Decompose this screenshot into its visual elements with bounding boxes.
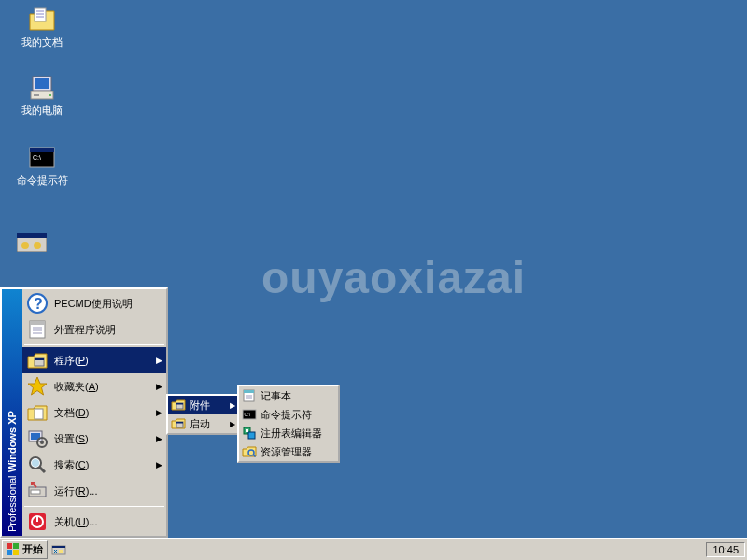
submenu-arrow-icon: ▶ — [156, 434, 162, 443]
start-item-favorites[interactable]: 收藏夹(A) ▶ — [22, 373, 166, 399]
submenu-arrow-icon: ▶ — [230, 420, 235, 428]
shutdown-icon — [26, 511, 49, 533]
programs-folder-icon — [171, 398, 186, 413]
window-icon — [17, 233, 47, 252]
desktop-icon-label: 命令提示符 — [17, 175, 68, 187]
svg-rect-47 — [52, 546, 65, 548]
svg-rect-31 — [176, 403, 183, 405]
desktop-icon-cmd[interactable]: C:\_ 命令提示符 — [9, 143, 75, 187]
menu-label: 启动 — [190, 417, 210, 431]
desktop-icon-documents[interactable]: 我的文档 — [9, 5, 75, 49]
desktop-icon-label: 我的电脑 — [21, 105, 63, 117]
svg-text:C:\_: C:\_ — [33, 154, 45, 161]
svg-point-25 — [32, 459, 39, 467]
svg-rect-39 — [248, 432, 255, 439]
menu-label: 资源管理器 — [261, 445, 312, 459]
submenu-item-regedit[interactable]: 注册表编辑器 — [239, 424, 338, 442]
menu-label: PECMD使用说明 — [54, 297, 133, 311]
menu-label: 关机(U)... — [54, 515, 97, 529]
svg-rect-10 — [17, 233, 47, 238]
svg-rect-48 — [59, 550, 63, 553]
menu-label: 运行(R)... — [54, 484, 97, 498]
svg-rect-45 — [13, 550, 19, 555]
taskbar: 开始 10:45 — [0, 538, 747, 560]
start-menu: ProfessionalWindows XP ? PECMD使用说明 外置程序说… — [0, 287, 168, 538]
notepad-icon — [242, 388, 257, 403]
start-item-programs[interactable]: 程序(P) ▶ — [22, 347, 166, 373]
folder-documents-icon — [27, 5, 57, 35]
svg-rect-43 — [13, 543, 19, 549]
regedit-icon — [242, 426, 257, 441]
start-item-shutdown[interactable]: 关机(U)... — [22, 509, 166, 535]
start-item-settings[interactable]: 设置(S) ▶ — [22, 426, 166, 452]
svg-rect-44 — [7, 550, 12, 555]
svg-point-23 — [40, 441, 44, 444]
accessories-submenu: 记事本 C:\ 命令提示符 注册表编辑器 资源管理器 — [237, 385, 340, 463]
svg-text:?: ? — [34, 296, 43, 312]
svg-rect-40 — [246, 429, 248, 432]
svg-rect-4 — [34, 94, 39, 96]
start-item-run[interactable]: 运行(R)... — [22, 478, 166, 504]
svg-rect-0 — [35, 8, 46, 21]
start-menu-banner: ProfessionalWindows XP — [2, 289, 22, 536]
menu-label: 收藏夹(A) — [54, 380, 99, 394]
submenu-arrow-icon: ▶ — [156, 460, 162, 469]
settings-icon — [26, 427, 49, 450]
quicklaunch-desktop-icon[interactable] — [51, 542, 66, 557]
menu-label: 设置(S) — [54, 432, 89, 446]
svg-point-5 — [49, 94, 51, 96]
svg-point-12 — [34, 242, 41, 249]
programs-folder-icon — [26, 349, 49, 371]
menu-label: 命令提示符 — [261, 408, 312, 422]
submenu-arrow-icon: ▶ — [230, 401, 235, 410]
svg-rect-42 — [7, 543, 12, 549]
submenu-item-cmd[interactable]: C:\ 命令提示符 — [239, 405, 338, 424]
menu-label: 记事本 — [261, 389, 291, 403]
help-icon: ? — [26, 292, 49, 315]
documents-folder-icon — [26, 401, 49, 424]
favorites-icon — [26, 375, 49, 398]
run-icon — [26, 480, 49, 502]
submenu-arrow-icon: ▶ — [156, 382, 162, 391]
svg-rect-16 — [30, 321, 45, 325]
start-item-external-help[interactable]: 外置程序说明 — [22, 316, 166, 343]
menu-label: 注册表编辑器 — [261, 427, 322, 441]
desktop-icon-computer[interactable]: 我的电脑 — [9, 73, 75, 117]
start-item-documents[interactable]: 文档(D) ▶ — [22, 399, 166, 426]
tray-clock[interactable]: 10:45 — [706, 542, 745, 557]
submenu-arrow-icon: ▶ — [156, 356, 162, 365]
start-button[interactable]: 开始 — [2, 540, 48, 559]
svg-rect-35 — [244, 390, 254, 393]
desktop-icon-label: 我的文档 — [21, 36, 63, 49]
menu-separator — [24, 506, 164, 507]
explorer-icon — [242, 444, 257, 459]
svg-text:C:\: C:\ — [245, 412, 251, 417]
submenu-item-explorer[interactable]: 资源管理器 — [239, 442, 338, 461]
submenu-arrow-icon: ▶ — [156, 408, 162, 417]
svg-point-11 — [21, 242, 29, 249]
start-item-pecmd-help[interactable]: ? PECMD使用说明 — [22, 290, 166, 316]
start-label: 开始 — [22, 542, 43, 556]
submenu-item-startup[interactable]: 启动 ▶ — [168, 414, 237, 433]
svg-rect-18 — [35, 358, 44, 360]
svg-rect-27 — [31, 490, 40, 494]
svg-rect-19 — [35, 409, 43, 419]
submenu-item-accessories[interactable]: 附件 ▶ — [168, 396, 237, 414]
computer-icon — [27, 73, 57, 103]
svg-rect-2 — [35, 78, 49, 89]
notepad-icon — [26, 318, 49, 341]
cmd-icon: C:\ — [242, 407, 257, 422]
cmd-icon: C:\_ — [27, 143, 57, 173]
windows-logo-icon — [7, 543, 20, 556]
svg-rect-33 — [176, 422, 183, 424]
menu-label: 外置程序说明 — [54, 323, 116, 337]
menu-separator — [24, 344, 164, 345]
submenu-item-notepad[interactable]: 记事本 — [239, 386, 338, 405]
start-item-search[interactable]: 搜索(C) ▶ — [22, 452, 166, 478]
programs-submenu: 附件 ▶ 启动 ▶ — [166, 394, 239, 435]
menu-label: 程序(P) — [54, 354, 89, 368]
programs-folder-icon — [171, 416, 186, 431]
search-icon — [26, 454, 49, 476]
svg-rect-7 — [30, 148, 54, 152]
menu-label: 文档(D) — [54, 406, 89, 420]
